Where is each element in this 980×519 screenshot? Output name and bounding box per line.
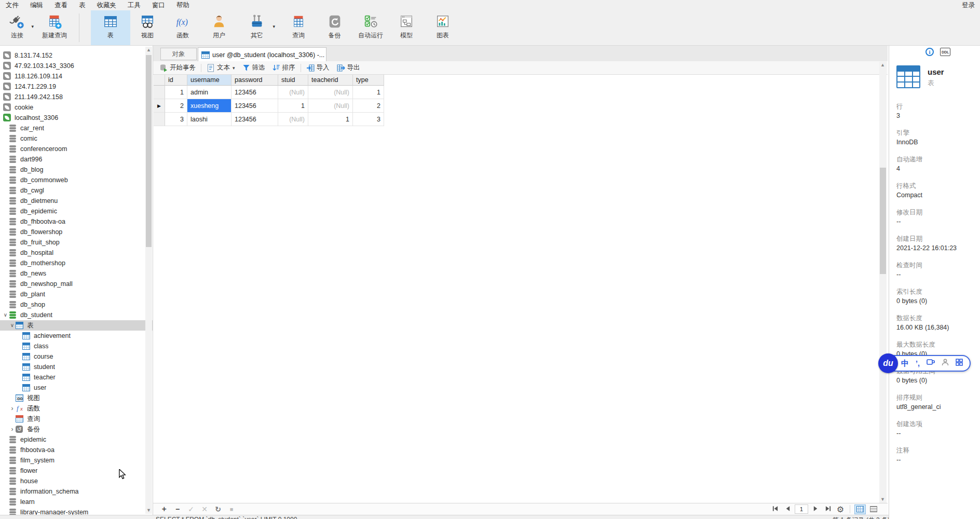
add-record-button[interactable]: ＋ <box>157 504 171 514</box>
autorun-button[interactable]: 自动运行 <box>352 10 389 45</box>
ime-punctuation-toggle[interactable]: ’, <box>916 359 920 367</box>
tree-item[interactable]: 视图 <box>0 393 153 403</box>
menu-item[interactable]: 工具 <box>122 1 146 10</box>
tree-chevron-icon[interactable] <box>9 427 16 432</box>
tree-item[interactable]: db_shop <box>0 299 153 310</box>
query-button[interactable]: 查询 <box>280 10 317 45</box>
ime-language-toggle[interactable]: 中 <box>901 359 909 368</box>
next-page-button[interactable] <box>810 504 821 514</box>
tree-item[interactable]: db_mothershop <box>0 258 153 268</box>
tree-item[interactable]: 8.131.74.152 <box>0 50 153 61</box>
tree-item[interactable]: comic <box>0 133 153 144</box>
grid-cell[interactable]: (Null) <box>278 86 308 99</box>
grid-cell[interactable]: 1 <box>278 99 308 113</box>
tree-item[interactable]: db_epidemic <box>0 206 153 216</box>
row-marker[interactable] <box>154 113 165 126</box>
discard-changes-button[interactable]: ✕ <box>198 505 211 513</box>
ime-menu-grid-icon[interactable] <box>956 359 963 368</box>
grid-cell[interactable]: (Null) <box>278 113 308 126</box>
main-scrollbar[interactable]: ▲ ▼ <box>879 62 887 503</box>
tree-item[interactable]: dart996 <box>0 154 153 165</box>
row-marker[interactable] <box>154 86 165 99</box>
chart-button[interactable]: 图表 <box>424 10 461 45</box>
tree-item[interactable]: flower <box>0 466 153 476</box>
tree-item[interactable]: learn <box>0 497 153 507</box>
grid-cell[interactable]: 2 <box>165 99 187 113</box>
page-number-input[interactable]: 1 <box>795 504 808 514</box>
tree-item[interactable]: teacher <box>0 372 153 383</box>
tree-item[interactable]: db_hospital <box>0 248 153 258</box>
export-button[interactable]: 导出 <box>333 63 364 72</box>
begin-transaction-button[interactable]: 开始事务 <box>156 63 199 72</box>
grid-cell[interactable]: admin <box>187 86 232 99</box>
grid-cell[interactable]: 3 <box>165 113 187 126</box>
connect-button[interactable]: ▾ 连接 <box>0 10 34 45</box>
model-button[interactable]: 模型 <box>389 10 424 45</box>
main-scrollbar-thumb[interactable] <box>880 168 886 274</box>
tree-item[interactable]: db_fruit_shop <box>0 237 153 248</box>
tree-item[interactable]: db_flowershop <box>0 227 153 237</box>
tree-item[interactable]: db_dietmenu <box>0 196 153 206</box>
scroll-down-icon[interactable]: ▼ <box>879 496 886 503</box>
tab-objects[interactable]: 对象 <box>160 48 197 60</box>
tree-item[interactable]: car_rent <box>0 123 153 133</box>
sidebar-scrollbar[interactable]: ▲ ▼ <box>145 47 152 514</box>
tree-item[interactable]: cookie <box>0 102 153 113</box>
connect-dropdown-arrow[interactable]: ▾ <box>31 24 34 29</box>
tree-item[interactable]: information_schema <box>0 486 153 497</box>
grid-cell[interactable]: 1 <box>353 86 384 99</box>
tree-item[interactable]: 备份 <box>0 424 153 434</box>
grid-cell[interactable]: 3 <box>353 113 384 126</box>
column-header[interactable]: stuid <box>278 75 308 86</box>
tree-item[interactable]: db_plant <box>0 289 153 299</box>
menu-item[interactable]: 收藏夹 <box>91 1 122 10</box>
tree-item[interactable]: course <box>0 351 153 362</box>
tree-item[interactable]: db_student <box>0 310 153 320</box>
tree-item[interactable]: achievement <box>0 331 153 341</box>
import-button[interactable]: 导入 <box>303 63 333 72</box>
users-button[interactable]: 用户 <box>201 10 237 45</box>
tree-item[interactable]: library-manager-system <box>0 507 153 515</box>
ime-account-icon[interactable] <box>942 359 949 368</box>
filter-button[interactable]: 筛选 <box>239 63 269 72</box>
tables-button[interactable]: 表 <box>91 10 130 45</box>
others-button[interactable]: ▾ 其它 <box>237 10 277 45</box>
tree-item[interactable]: db_newshop_mall <box>0 279 153 289</box>
last-page-button[interactable] <box>823 504 833 514</box>
grid-cell[interactable]: xuesheng <box>187 99 232 113</box>
delete-record-button[interactable]: − <box>171 505 184 513</box>
grid-cell[interactable]: 123456 <box>232 113 278 126</box>
tree-item[interactable]: house <box>0 476 153 486</box>
grid-cell[interactable]: (Null) <box>308 99 353 113</box>
column-header[interactable]: password <box>232 75 278 86</box>
stop-button[interactable]: ■ <box>225 506 238 512</box>
login-link[interactable]: 登录 <box>962 1 975 10</box>
tree-item[interactable]: user <box>0 383 153 393</box>
menu-item[interactable]: 表 <box>73 1 91 10</box>
tree-item[interactable]: epidemic <box>0 434 153 445</box>
grid-cell[interactable]: (Null) <box>308 86 353 99</box>
tree-item[interactable]: localhost_3306 <box>0 113 153 123</box>
grid-view-button[interactable] <box>854 504 866 514</box>
menu-item[interactable]: 编辑 <box>24 1 49 10</box>
tree-item[interactable]: db_news <box>0 268 153 279</box>
grid-cell[interactable]: laoshi <box>187 113 232 126</box>
ime-skin-icon[interactable] <box>927 359 935 368</box>
menu-item[interactable]: 窗口 <box>146 1 171 10</box>
menu-item[interactable]: 文件 <box>0 1 24 10</box>
refresh-button[interactable]: ↻ <box>211 505 225 513</box>
tree-item[interactable]: 47.92.103.143_3306 <box>0 61 153 71</box>
row-marker[interactable]: ▶ <box>154 99 165 113</box>
info-tab-icon[interactable]: i <box>925 48 934 56</box>
tree-item[interactable]: db_cwgl <box>0 185 153 196</box>
grid-cell[interactable]: 1 <box>165 86 187 99</box>
tree-item[interactable]: 表 <box>0 320 153 331</box>
column-header[interactable]: type <box>353 75 384 86</box>
tab-active-table[interactable]: user @db_student (localhost_3306) -... <box>198 47 326 62</box>
menu-item[interactable]: 帮助 <box>171 1 195 10</box>
grid-cell[interactable]: 2 <box>353 99 384 113</box>
form-view-button[interactable] <box>868 504 879 514</box>
text-dropdown-arrow[interactable]: ▾ <box>233 65 235 71</box>
others-dropdown-arrow[interactable]: ▾ <box>273 24 275 29</box>
tree-item[interactable]: 函数 <box>0 403 153 414</box>
